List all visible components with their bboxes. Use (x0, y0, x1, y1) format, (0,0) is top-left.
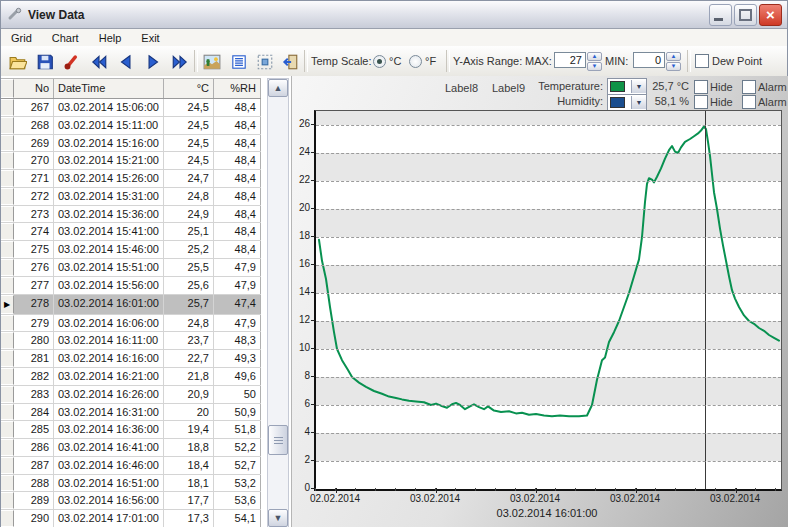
chart-image-button[interactable] (199, 49, 225, 75)
max-stepper[interactable]: ▲▼ (587, 52, 602, 70)
dropdown-arrow-icon[interactable]: ▼ (631, 96, 646, 109)
cell: 48,4 (214, 241, 261, 258)
cell: 48,4 (214, 117, 261, 134)
x-axis-minor-ticks (315, 488, 780, 491)
table-row[interactable]: 29003.02.2014 17:01:0017,354,1 (1, 510, 261, 527)
toolbar-separator (446, 50, 450, 72)
table-row[interactable]: 27303.02.2014 15:36:0024,948,4 (1, 206, 261, 224)
menu-chart[interactable]: Chart (42, 31, 89, 45)
table-row[interactable]: 28503.02.2014 16:36:0019,451,8 (1, 421, 261, 439)
gridline (316, 321, 781, 322)
table-row[interactable]: 28803.02.2014 16:51:0018,153,2 (1, 475, 261, 493)
maximize-button[interactable] (734, 4, 757, 26)
table-row[interactable]: 26703.02.2014 15:06:0024,548,4 (1, 99, 261, 117)
celsius-radio[interactable] (373, 55, 386, 68)
table-row[interactable]: 27603.02.2014 15:51:0025,547,9 (1, 259, 261, 277)
table-row[interactable]: 28703.02.2014 16:46:0018,452,7 (1, 457, 261, 475)
max-input[interactable]: 27 (554, 52, 586, 68)
y-axis-tick (311, 152, 315, 153)
cell: 288 (14, 475, 54, 492)
first-record-button[interactable] (86, 49, 112, 75)
min-stepper[interactable]: ▲▼ (666, 52, 681, 70)
fahrenheit-radio[interactable] (409, 55, 422, 68)
header-no[interactable]: No (14, 79, 54, 98)
table-row[interactable]: 27003.02.2014 15:21:0024,548,4 (1, 152, 261, 170)
cell: 24,5 (164, 135, 214, 152)
table-row[interactable]: 28903.02.2014 16:56:0017,753,6 (1, 492, 261, 510)
temperature-hide-checkbox[interactable] (694, 80, 708, 94)
temperature-alarm-checkbox[interactable] (742, 80, 756, 94)
frame-button[interactable] (252, 49, 278, 75)
dew-point-checkbox[interactable] (695, 54, 709, 68)
plot-area[interactable] (314, 110, 782, 491)
humidity-alarm-checkbox[interactable] (742, 95, 756, 109)
x-axis-tick (736, 488, 737, 493)
table-row[interactable]: 27703.02.2014 15:56:0025,647,9 (1, 277, 261, 295)
header-rh[interactable]: %RH (214, 79, 261, 98)
cell: 24,5 (164, 117, 214, 134)
humidity-hide-label: Hide (710, 96, 733, 108)
table-row[interactable]: 27203.02.2014 15:31:0024,848,4 (1, 188, 261, 206)
scroll-down-button[interactable]: ▼ (268, 509, 288, 527)
cell: 24,9 (164, 206, 214, 223)
up-arrow-icon[interactable]: ▲ (587, 52, 602, 61)
cell: 276 (14, 259, 54, 276)
next-icon (144, 53, 162, 71)
table-row[interactable]: ▶27803.02.2014 16:01:0025,747,4 (1, 295, 261, 315)
cursor-datetime-label: 03.02.2014 16:01:00 (314, 507, 780, 519)
table-row[interactable]: 27403.02.2014 15:41:0025,148,4 (1, 223, 261, 241)
y-axis-tick (311, 404, 315, 405)
table-row[interactable]: 28603.02.2014 16:41:0018,852,2 (1, 439, 261, 457)
toolbar: Temp Scale: °C °F Y-Axis Range: MAX: 27 … (1, 46, 787, 77)
chevron-down-icon: ▼ (274, 513, 283, 523)
previous-record-button[interactable] (113, 49, 139, 75)
scroll-up-button[interactable]: ▲ (268, 79, 288, 97)
menu-grid[interactable]: Grid (1, 31, 42, 45)
header-datetime[interactable]: DateTime (54, 79, 164, 98)
menu-help[interactable]: Help (89, 31, 132, 45)
next-record-button[interactable] (140, 49, 166, 75)
min-input[interactable]: 0 (633, 52, 665, 68)
menu-exit[interactable]: Exit (131, 31, 169, 45)
table-row[interactable]: 28303.02.2014 16:26:0020,950 (1, 386, 261, 404)
scroll-thumb[interactable] (268, 425, 288, 455)
table-row[interactable]: 26803.02.2014 15:11:0024,548,4 (1, 117, 261, 135)
close-button[interactable] (759, 4, 782, 26)
down-arrow-icon[interactable]: ▼ (587, 62, 602, 71)
grid-scrollbar[interactable]: ▲ ▼ (267, 78, 289, 527)
temperature-color-combo[interactable]: ▼ (607, 78, 647, 95)
exit-button[interactable] (277, 49, 303, 75)
marker-button[interactable] (59, 49, 85, 75)
table-row[interactable]: 28403.02.2014 16:31:002050,9 (1, 404, 261, 422)
data-grid: No DateTime °C %RH 26703.02.2014 15:06:0… (1, 78, 261, 527)
x-axis-label: 03.02.2014 (500, 493, 570, 504)
header-celsius[interactable]: °C (164, 79, 214, 98)
table-row[interactable]: 28203.02.2014 16:21:0021,849,6 (1, 368, 261, 386)
humidity-color-combo[interactable]: ▼ (607, 94, 647, 111)
cell: 52,7 (214, 457, 261, 474)
save-button[interactable] (32, 49, 58, 75)
table-row[interactable]: 26903.02.2014 15:16:0024,548,4 (1, 135, 261, 153)
data-grid-panel: No DateTime °C %RH 26703.02.2014 15:06:0… (1, 76, 291, 527)
up-arrow-icon[interactable]: ▲ (666, 52, 681, 61)
table-row[interactable]: 27103.02.2014 15:26:0024,748,4 (1, 170, 261, 188)
down-arrow-icon[interactable]: ▼ (666, 62, 681, 71)
grid-view-button[interactable] (226, 49, 252, 75)
table-row[interactable]: 28103.02.2014 16:16:0022,749,3 (1, 350, 261, 368)
label9: Label9 (492, 82, 525, 94)
y-axis-label: 2 (292, 454, 310, 465)
cell: 25,2 (164, 241, 214, 258)
cell: 48,4 (214, 99, 261, 116)
indicator-header-cell (1, 79, 14, 98)
x-axis-label: 03.02.2014 (400, 493, 470, 504)
humidity-hide-checkbox[interactable] (694, 95, 708, 109)
table-row[interactable]: 27503.02.2014 15:46:0025,248,4 (1, 241, 261, 259)
cell: 03.02.2014 16:51:00 (54, 475, 164, 492)
y-axis-tick (311, 264, 315, 265)
last-record-button[interactable] (167, 49, 193, 75)
dropdown-arrow-icon[interactable]: ▼ (631, 80, 646, 93)
table-row[interactable]: 28003.02.2014 16:11:0023,748,3 (1, 332, 261, 350)
table-row[interactable]: 27903.02.2014 16:06:0024,847,9 (1, 315, 261, 333)
open-button[interactable] (5, 49, 31, 75)
minimize-button[interactable] (709, 4, 732, 26)
